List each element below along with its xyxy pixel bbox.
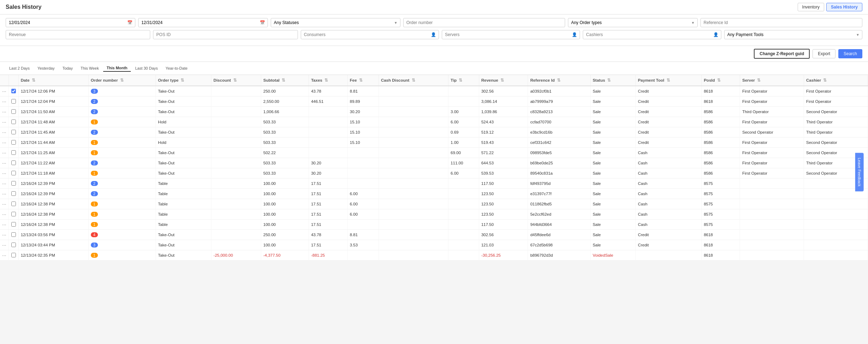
row-checkbox[interactable] bbox=[11, 171, 16, 175]
row-dots[interactable]: ··· bbox=[0, 97, 8, 107]
col-header-Taxes[interactable]: Taxes ⇅ bbox=[309, 75, 348, 86]
row-discount bbox=[211, 107, 261, 117]
col-header-Server[interactable]: Server ⇅ bbox=[740, 75, 804, 86]
row-checkbox[interactable] bbox=[11, 243, 16, 247]
row-checkbox[interactable] bbox=[11, 232, 16, 237]
servers-input[interactable] bbox=[442, 30, 580, 39]
date-to-input[interactable] bbox=[138, 18, 268, 27]
row-server bbox=[740, 199, 804, 209]
row-fee: 89.89 bbox=[347, 97, 379, 107]
row-dots[interactable]: ··· bbox=[0, 230, 8, 240]
row-checkbox[interactable] bbox=[11, 89, 16, 93]
row-taxes: 30.20 bbox=[309, 158, 348, 168]
date-filter-last-30-days[interactable]: Last 30 Days bbox=[131, 65, 161, 71]
row-dots[interactable]: ··· bbox=[0, 117, 8, 127]
row-dots[interactable]: ··· bbox=[0, 189, 8, 199]
order-number-input[interactable] bbox=[403, 18, 565, 27]
pos-id-input[interactable] bbox=[153, 30, 298, 39]
col-header-Order type[interactable]: Order type ⇅ bbox=[156, 75, 211, 86]
payment-tools-select[interactable]: Any Payment Tools bbox=[724, 30, 862, 39]
row-checkbox[interactable] bbox=[11, 109, 16, 114]
date-filter-this-month[interactable]: This Month bbox=[103, 65, 131, 72]
table-row: ···12/16/24 12:39 PM2Table100.0017.51117… bbox=[0, 179, 868, 189]
row-tip bbox=[448, 240, 479, 250]
date-filter-yesterday[interactable]: Yesterday bbox=[34, 65, 58, 71]
search-button[interactable]: Search bbox=[838, 49, 862, 58]
row-checkbox[interactable] bbox=[11, 130, 16, 134]
row-checkbox[interactable] bbox=[11, 150, 16, 155]
date-filter-this-week[interactable]: This Week bbox=[77, 65, 102, 71]
row-checkbox[interactable] bbox=[11, 212, 16, 216]
col-header-Date[interactable]: Date ⇅ bbox=[18, 75, 88, 86]
col-header-Subtotal[interactable]: Subtotal ⇅ bbox=[261, 75, 309, 86]
row-dots[interactable]: ··· bbox=[0, 107, 8, 117]
row-checkbox[interactable] bbox=[11, 140, 16, 145]
col-header-Tip[interactable]: Tip ⇅ bbox=[448, 75, 479, 86]
row-order-type: Table bbox=[156, 189, 211, 199]
row-dots[interactable]: ··· bbox=[0, 209, 8, 220]
inventory-button[interactable]: Inventory bbox=[798, 3, 824, 11]
consumers-input[interactable] bbox=[301, 30, 439, 39]
leave-feedback-button[interactable]: Leave Feedback bbox=[855, 153, 863, 191]
col-header-Cashier[interactable]: Cashier ⇅ bbox=[804, 75, 868, 86]
col-header-Revenue[interactable]: Revenue ⇅ bbox=[479, 75, 528, 86]
row-checkbox[interactable] bbox=[11, 161, 16, 165]
row-tip bbox=[448, 189, 479, 199]
export-button[interactable]: Export bbox=[813, 49, 835, 58]
row-checkbox[interactable] bbox=[11, 99, 16, 104]
change-z-report-button[interactable]: Change Z-Report guid bbox=[754, 49, 810, 59]
top-bar-actions: Inventory Sales History bbox=[798, 3, 862, 11]
row-discount bbox=[211, 179, 261, 189]
row-tip bbox=[448, 179, 479, 189]
row-checkbox[interactable] bbox=[11, 222, 16, 227]
order-type-select[interactable]: Any Order types bbox=[568, 18, 698, 27]
reference-id-input[interactable] bbox=[700, 18, 862, 27]
cashiers-input[interactable] bbox=[583, 30, 721, 39]
row-dots[interactable]: ··· bbox=[0, 179, 8, 189]
row-revenue: 117.50 bbox=[479, 179, 528, 189]
row-dots[interactable]: ··· bbox=[0, 158, 8, 168]
row-subtotal: 250.00 bbox=[261, 86, 309, 97]
row-dots[interactable]: ··· bbox=[0, 138, 8, 148]
status-select[interactable]: Any Statuses bbox=[271, 18, 400, 27]
row-server bbox=[740, 179, 804, 189]
col-header-Fee[interactable]: Fee ⇅ bbox=[347, 75, 379, 86]
row-dots[interactable]: ··· bbox=[0, 220, 8, 230]
sales-history-button[interactable]: Sales History bbox=[826, 3, 862, 11]
table-row: ···12/17/24 11:22 AM2Take-Out503.3330.20… bbox=[0, 158, 868, 168]
row-checkbox[interactable] bbox=[11, 202, 16, 206]
row-dots[interactable]: ··· bbox=[0, 199, 8, 209]
row-subtotal: 100.00 bbox=[261, 199, 309, 209]
row-server: First Operator bbox=[740, 86, 804, 97]
row-payment-tool bbox=[635, 250, 702, 261]
row-dots[interactable]: ··· bbox=[0, 148, 8, 158]
row-dots[interactable]: ··· bbox=[0, 240, 8, 250]
row-order-type: Take-Out bbox=[156, 158, 211, 168]
col-header-Order number[interactable]: Order number ⇅ bbox=[88, 75, 156, 86]
col-header-Status[interactable]: Status ⇅ bbox=[590, 75, 635, 86]
col-header-PosId[interactable]: PosId ⇅ bbox=[702, 75, 740, 86]
col-header-Discount[interactable]: Discount ⇅ bbox=[211, 75, 261, 86]
date-filter-year-to-date[interactable]: Year-to-Date bbox=[162, 65, 191, 71]
col-header-Reference Id[interactable]: Reference Id ⇅ bbox=[528, 75, 591, 86]
row-checkbox[interactable] bbox=[11, 119, 16, 124]
date-filter-today[interactable]: Today bbox=[59, 65, 76, 71]
date-filter-last-2-days[interactable]: Last 2 Days bbox=[6, 65, 33, 71]
row-order-type: Take-Out bbox=[156, 127, 211, 138]
row-status: Sale bbox=[590, 189, 635, 199]
row-dots[interactable]: ··· bbox=[0, 250, 8, 261]
col-header-Cash Discount[interactable]: Cash Discount ⇅ bbox=[379, 75, 448, 86]
row-dots[interactable]: ··· bbox=[0, 168, 8, 179]
row-checkbox[interactable] bbox=[11, 191, 16, 196]
row-dots[interactable]: ··· bbox=[0, 86, 8, 97]
row-checkbox[interactable] bbox=[11, 181, 16, 186]
row-posid: 8618 bbox=[702, 230, 740, 240]
row-date: 12/16/24 12:39 PM bbox=[18, 189, 88, 199]
row-dots[interactable]: ··· bbox=[0, 127, 8, 138]
row-checkbox-cell bbox=[8, 86, 18, 97]
row-posid: 8586 bbox=[702, 117, 740, 127]
revenue-input[interactable] bbox=[6, 30, 150, 39]
col-header-Payment Tool[interactable]: Payment Tool ⇅ bbox=[635, 75, 702, 86]
date-from-input[interactable] bbox=[6, 18, 135, 27]
row-checkbox[interactable] bbox=[11, 253, 16, 257]
